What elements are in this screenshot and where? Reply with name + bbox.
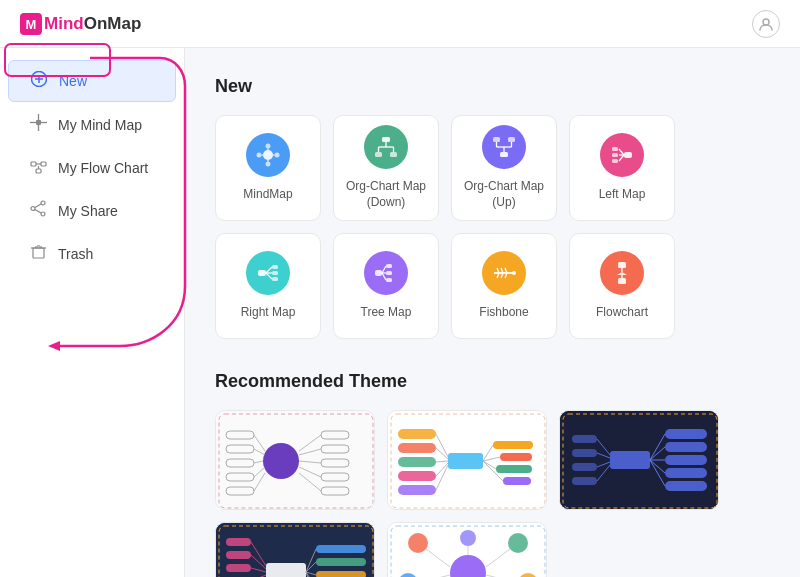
svg-rect-23: [33, 248, 44, 258]
svg-rect-113: [398, 457, 436, 467]
svg-rect-136: [665, 481, 707, 491]
sidebar-item-my-share[interactable]: My Share: [8, 190, 176, 231]
svg-rect-46: [508, 137, 515, 142]
svg-rect-166: [316, 571, 366, 577]
svg-rect-114: [398, 471, 436, 481]
svg-rect-115: [398, 485, 436, 495]
logo-icon: M: [20, 13, 42, 35]
svg-point-87: [263, 443, 299, 479]
map-card-tree[interactable]: Tree Map: [333, 233, 439, 339]
logo: M MindOnMap: [20, 13, 141, 35]
svg-rect-123: [496, 465, 532, 473]
theme-card-3[interactable]: [559, 410, 719, 510]
trash-nav-icon: [28, 243, 48, 264]
tree-map-icon: [364, 251, 408, 295]
svg-point-183: [460, 530, 476, 546]
svg-rect-124: [503, 477, 531, 485]
svg-rect-68: [386, 278, 392, 282]
svg-line-71: [382, 273, 386, 280]
svg-rect-145: [572, 477, 597, 485]
svg-rect-67: [386, 271, 392, 275]
sidebar-item-trash[interactable]: Trash: [8, 233, 176, 274]
svg-marker-81: [617, 272, 627, 275]
fishbone-icon: [482, 251, 526, 295]
theme-card-5[interactable]: [387, 522, 547, 577]
svg-point-20: [41, 212, 45, 216]
org-down-icon: [364, 125, 408, 169]
svg-rect-143: [572, 449, 597, 457]
right-map-icon: [246, 251, 290, 295]
svg-rect-59: [272, 265, 278, 269]
map-card-right[interactable]: Right Map: [215, 233, 321, 339]
svg-rect-154: [226, 551, 251, 559]
svg-rect-61: [272, 277, 278, 281]
sidebar: New My Mind Map My Flow Chart My Share T…: [0, 48, 185, 577]
svg-point-28: [263, 150, 273, 160]
new-maps-grid: MindMap Org-Chart Map (Down) Org-Chart M…: [215, 115, 770, 339]
svg-rect-111: [398, 429, 436, 439]
svg-line-21: [35, 204, 41, 208]
svg-rect-142: [572, 435, 597, 443]
map-card-flowchart[interactable]: Flowchart: [569, 233, 675, 339]
map-card-mindmap[interactable]: MindMap: [215, 115, 321, 221]
map-card-org-down[interactable]: Org-Chart Map (Down): [333, 115, 439, 221]
theme-grid: [215, 410, 770, 577]
svg-rect-155: [226, 564, 251, 572]
tree-map-label: Tree Map: [361, 305, 412, 321]
svg-point-29: [266, 144, 271, 149]
sidebar-item-flow-chart[interactable]: My Flow Chart: [8, 147, 176, 188]
svg-point-18: [41, 201, 45, 205]
svg-rect-135: [665, 468, 707, 478]
sidebar-item-my-mind-map[interactable]: My Mind Map: [8, 104, 176, 145]
svg-point-178: [508, 533, 528, 553]
theme-card-2[interactable]: [387, 410, 547, 510]
left-map-label: Left Map: [599, 187, 646, 203]
fishbone-label: Fishbone: [479, 305, 528, 321]
user-avatar[interactable]: [752, 10, 780, 38]
svg-rect-132: [665, 429, 707, 439]
svg-rect-52: [612, 147, 618, 151]
svg-point-4: [763, 19, 769, 25]
svg-rect-122: [500, 453, 532, 461]
svg-point-31: [257, 153, 262, 158]
svg-rect-133: [665, 442, 707, 452]
sidebar-share-label: My Share: [58, 203, 118, 219]
svg-rect-14: [41, 162, 46, 166]
share-nav-icon: [28, 200, 48, 221]
svg-text:M: M: [26, 17, 37, 32]
org-up-label: Org-Chart Map (Up): [452, 179, 556, 210]
right-map-label: Right Map: [241, 305, 296, 321]
main-content: New MindMap Org-Chart Map (Down): [185, 48, 800, 577]
svg-rect-65: [375, 270, 382, 276]
svg-point-19: [31, 207, 35, 211]
svg-rect-37: [382, 137, 390, 142]
new-section-title: New: [215, 76, 770, 97]
svg-line-62: [266, 267, 272, 273]
left-map-icon: [600, 133, 644, 177]
org-down-label: Org-Chart Map (Down): [346, 179, 426, 210]
map-card-org-up[interactable]: Org-Chart Map (Up): [451, 115, 557, 221]
svg-rect-51: [624, 152, 632, 158]
theme-card-4[interactable]: [215, 522, 375, 577]
svg-rect-131: [610, 451, 650, 469]
svg-rect-38: [375, 152, 382, 157]
flowchart-nav-icon: [28, 157, 48, 178]
map-card-fishbone[interactable]: Fishbone: [451, 233, 557, 339]
svg-rect-45: [493, 137, 500, 142]
sidebar-item-new[interactable]: New: [8, 60, 176, 102]
theme-card-1[interactable]: [215, 410, 375, 510]
sidebar-trash-label: Trash: [58, 246, 93, 262]
svg-rect-82: [618, 278, 626, 284]
svg-rect-8: [36, 120, 41, 125]
svg-rect-80: [618, 262, 626, 268]
map-card-left[interactable]: Left Map: [569, 115, 675, 221]
svg-rect-15: [36, 169, 41, 173]
svg-rect-13: [31, 162, 36, 166]
svg-rect-144: [572, 463, 597, 471]
svg-point-30: [266, 162, 271, 167]
svg-rect-112: [398, 443, 436, 453]
svg-point-79: [512, 271, 516, 275]
svg-rect-165: [316, 558, 366, 566]
flowchart-label: Flowchart: [596, 305, 648, 321]
svg-line-22: [35, 210, 41, 214]
